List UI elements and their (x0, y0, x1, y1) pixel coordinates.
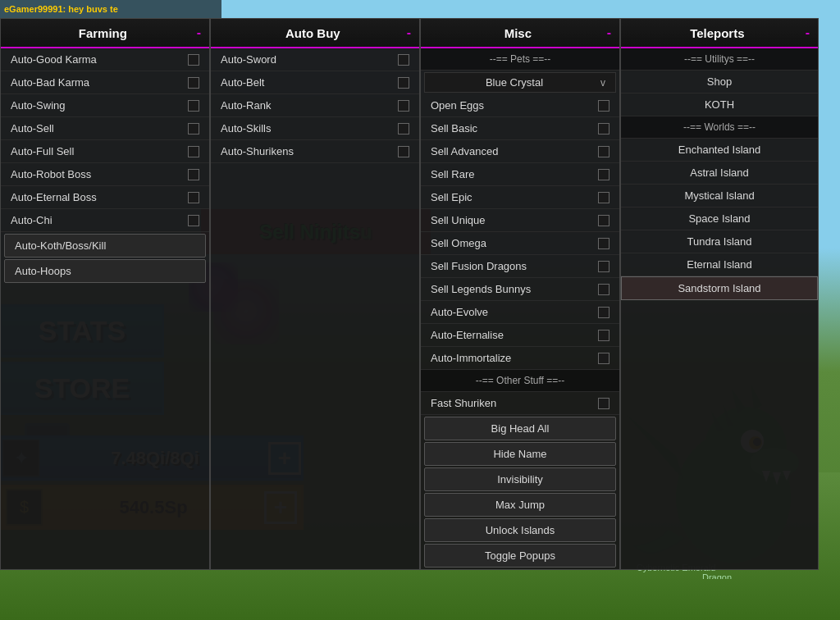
checkbox[interactable] (188, 77, 199, 89)
item-label: Tundra Island (687, 235, 751, 248)
list-item[interactable]: Sell Unique (421, 209, 619, 232)
utils-header-text: --== Utilitys ==-- (684, 53, 755, 65)
item-label: Eternal Island (687, 258, 752, 271)
item-label: Invisibility (497, 473, 543, 486)
list-item[interactable]: Fast Shuriken (421, 392, 619, 415)
list-item[interactable]: Sell Basic (421, 117, 619, 140)
list-item[interactable]: KOTH (621, 93, 818, 116)
item-label: Shop (707, 75, 732, 88)
list-item[interactable]: Unlock Islands (424, 518, 616, 542)
list-item[interactable]: Auto-Immortalize (421, 347, 619, 370)
checkbox[interactable] (598, 123, 609, 134)
farming-close[interactable]: - (197, 25, 201, 40)
list-item[interactable]: Auto-Eternal Boss (1, 186, 209, 209)
checkbox[interactable] (598, 146, 609, 157)
list-item[interactable]: Auto-Swing (1, 94, 209, 117)
list-item[interactable]: Auto-Shurikens (211, 140, 419, 163)
teleports-close[interactable]: - (806, 25, 810, 40)
list-item[interactable]: Tundra Island (621, 230, 818, 253)
checkbox[interactable] (598, 215, 609, 226)
teleports-title: Teleports (629, 26, 806, 40)
checkbox[interactable] (398, 123, 409, 134)
list-item[interactable]: Enchanted Island (621, 139, 818, 162)
misc-header: Misc - (421, 19, 619, 48)
list-item[interactable]: Sell Legends Bunnys (421, 278, 619, 301)
checkbox[interactable] (188, 215, 199, 226)
list-item[interactable]: Astral Island (621, 162, 818, 185)
item-label: Sell Legends Bunnys (431, 283, 531, 295)
checkbox[interactable] (598, 284, 609, 295)
item-label: Auto-Bad Karma (11, 76, 89, 89)
list-item[interactable]: Auto-Sell (1, 117, 209, 140)
list-item[interactable]: Sell Omega (421, 232, 619, 255)
list-item[interactable]: Auto-Full Sell (1, 140, 209, 163)
list-item[interactable]: Auto-Belt (211, 71, 419, 94)
checkbox[interactable] (188, 54, 199, 66)
list-item[interactable]: Mystical Island (621, 185, 818, 207)
list-item[interactable]: Max Jump (424, 493, 616, 517)
list-item[interactable]: Auto-Evolve (421, 301, 619, 324)
item-label: Auto-Chi (11, 214, 52, 226)
list-item[interactable]: Auto-Good Karma (1, 48, 209, 71)
list-item[interactable]: Invisibility (424, 467, 616, 491)
item-label: KOTH (705, 98, 734, 111)
list-item[interactable]: Sandstorm Island (621, 276, 818, 300)
misc-panel: Misc - --== Pets ==-- Blue Crystal v Ope… (420, 18, 620, 570)
list-item[interactable]: Auto-Eternalise (421, 324, 619, 347)
checkbox[interactable] (598, 261, 609, 272)
item-label: Auto-Koth/Boss/Kill (15, 239, 106, 252)
item-label: Hide Name (493, 448, 546, 460)
list-item[interactable]: Auto-Skills (211, 117, 419, 140)
checkbox[interactable] (188, 123, 199, 134)
list-item[interactable]: Auto-Robot Boss (1, 163, 209, 186)
checkbox[interactable] (398, 146, 409, 157)
list-item[interactable]: Auto-Bad Karma (1, 71, 209, 94)
item-label: Sell Omega (431, 237, 486, 249)
list-item[interactable]: Hide Name (424, 442, 616, 466)
list-item[interactable]: Sell Advanced (421, 140, 619, 163)
list-item[interactable]: Sell Fusion Dragons (421, 255, 619, 278)
checkbox[interactable] (188, 192, 199, 203)
item-label: Enchanted Island (678, 144, 760, 156)
list-item[interactable]: Auto-Chi (1, 209, 209, 232)
checkbox[interactable] (598, 100, 609, 112)
checkbox[interactable] (398, 54, 409, 66)
checkbox[interactable] (598, 353, 609, 364)
checkbox[interactable] (598, 307, 609, 318)
item-label: Fast Shuriken (431, 397, 496, 409)
list-item[interactable]: Eternal Island (621, 253, 818, 276)
item-label: Auto-Immortalize (431, 352, 511, 364)
item-label: Auto-Full Sell (11, 145, 74, 157)
checkbox[interactable] (188, 100, 199, 112)
list-item[interactable]: Sell Epic (421, 186, 619, 209)
checkbox[interactable] (598, 398, 609, 409)
list-item[interactable]: Auto-Rank (211, 94, 419, 117)
item-label: Auto-Rank (221, 99, 271, 112)
list-item[interactable]: Space Island (621, 207, 818, 230)
list-item[interactable]: Auto-Hoops (4, 259, 206, 283)
checkbox[interactable] (398, 77, 409, 89)
item-label: Max Jump (495, 499, 545, 511)
auto-buy-close[interactable]: - (407, 25, 411, 40)
list-item[interactable]: Toggle Popups (424, 544, 616, 568)
pet-nav-btn[interactable]: v (597, 77, 609, 89)
misc-close[interactable]: - (607, 25, 611, 40)
list-item[interactable]: Sell Rare (421, 163, 619, 186)
list-item[interactable]: Shop (621, 71, 818, 93)
checkbox[interactable] (188, 169, 199, 180)
checkbox[interactable] (188, 146, 199, 157)
checkbox[interactable] (598, 192, 609, 203)
checkbox[interactable] (598, 330, 609, 341)
item-label: Big Head All (491, 422, 550, 435)
item-label: Sell Rare (431, 168, 474, 180)
item-label: Auto-Robot Boss (11, 168, 91, 180)
pet-selector[interactable]: Blue Crystal v (424, 72, 616, 93)
list-item[interactable]: Auto-Sword (211, 48, 419, 71)
list-item[interactable]: Open Eggs (421, 94, 619, 117)
checkbox[interactable] (598, 169, 609, 180)
list-item[interactable]: Big Head All (424, 417, 616, 440)
checkbox[interactable] (398, 100, 409, 112)
username-bar: eGamer99991: hey buvs te (0, 0, 221, 18)
checkbox[interactable] (598, 238, 609, 249)
list-item[interactable]: Auto-Koth/Boss/Kill (4, 234, 206, 258)
